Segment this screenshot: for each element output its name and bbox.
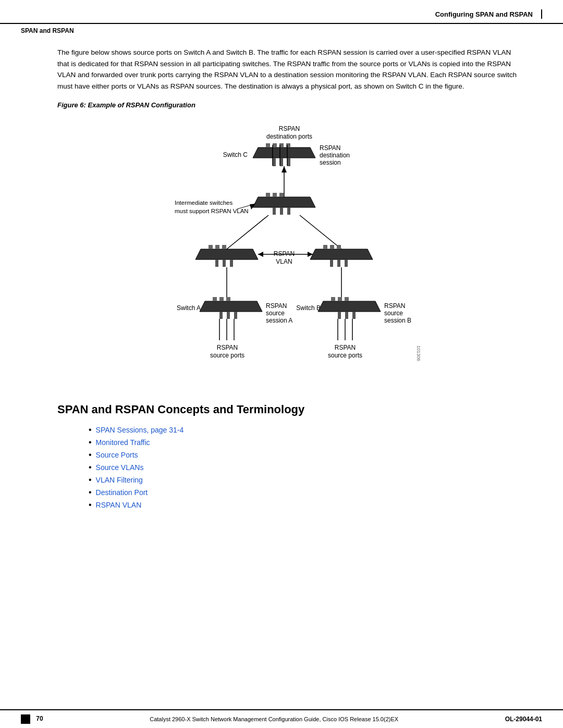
svg-rect-63 <box>338 312 341 319</box>
svg-marker-16 <box>253 197 315 207</box>
svg-text:source: source <box>266 310 285 317</box>
concept-link[interactable]: RSPAN VLAN <box>96 501 142 509</box>
svg-rect-8 <box>273 143 277 147</box>
svg-text:source ports: source ports <box>328 352 362 359</box>
concept-link[interactable]: Source Ports <box>96 451 138 459</box>
svg-rect-4 <box>273 158 276 166</box>
svg-rect-21 <box>273 193 277 197</box>
svg-text:session: session <box>320 159 341 166</box>
svg-rect-17 <box>273 207 276 215</box>
svg-rect-54 <box>234 312 237 319</box>
svg-rect-39 <box>345 260 348 267</box>
header-title: Configuring SPAN and RSPAN <box>435 10 533 18</box>
svg-rect-19 <box>287 207 290 215</box>
svg-rect-6 <box>287 158 290 166</box>
main-content: The figure below shows source ports on S… <box>0 36 563 535</box>
svg-marker-15 <box>282 166 287 172</box>
svg-text:session B: session B <box>384 317 411 324</box>
figure-caption: Figure 6: Example of RSPAN Configuration <box>57 101 521 109</box>
svg-marker-62 <box>318 301 381 312</box>
svg-rect-30 <box>215 260 218 267</box>
svg-rect-41 <box>330 245 334 249</box>
svg-rect-34 <box>215 245 219 249</box>
footer-black-rect <box>21 714 30 724</box>
concept-link[interactable]: Destination Port <box>96 488 148 497</box>
svg-text:RSPAN: RSPAN <box>279 125 300 132</box>
svg-rect-22 <box>279 193 284 197</box>
svg-text:session A: session A <box>266 317 292 324</box>
svg-text:source ports: source ports <box>210 352 244 359</box>
concept-link[interactable]: VLAN Filtering <box>96 476 143 484</box>
svg-text:destination: destination <box>320 152 350 159</box>
svg-line-27 <box>227 215 268 249</box>
header-divider <box>541 9 542 19</box>
diagram-svg: RSPAN destination ports Switch C RSPAN <box>128 116 451 387</box>
list-item: Source VLANs <box>89 463 521 472</box>
svg-text:101306: 101306 <box>416 346 421 361</box>
svg-text:Switch A: Switch A <box>177 304 201 312</box>
svg-rect-52 <box>219 312 223 319</box>
svg-text:RSPAN: RSPAN <box>217 344 238 351</box>
svg-text:Switch B: Switch B <box>296 304 321 312</box>
svg-text:RSPAN: RSPAN <box>266 302 287 310</box>
footer-page-number: 70 <box>21 714 43 724</box>
svg-marker-29 <box>195 249 258 260</box>
footer-center-text: Catalyst 2960-X Switch Network Managemen… <box>43 716 505 722</box>
svg-text:VLAN: VLAN <box>276 258 292 265</box>
svg-rect-31 <box>223 260 226 267</box>
svg-marker-51 <box>200 301 262 312</box>
svg-rect-57 <box>226 297 230 301</box>
svg-rect-38 <box>337 260 340 267</box>
svg-line-28 <box>300 215 341 249</box>
concept-list: SPAN Sessions, page 31-4Monitored Traffi… <box>57 426 521 509</box>
svg-rect-65 <box>352 312 356 319</box>
svg-text:RSPAN: RSPAN <box>274 250 295 257</box>
svg-marker-3 <box>253 147 315 158</box>
list-item: SPAN Sessions, page 31-4 <box>89 426 521 434</box>
svg-rect-32 <box>230 260 233 267</box>
svg-marker-46 <box>258 252 263 257</box>
svg-rect-56 <box>219 297 224 301</box>
svg-rect-10 <box>286 143 290 147</box>
svg-rect-40 <box>323 245 327 249</box>
svg-text:RSPAN: RSPAN <box>335 344 356 351</box>
svg-rect-64 <box>345 312 348 319</box>
svg-rect-7 <box>266 143 270 147</box>
rspan-diagram: RSPAN destination ports Switch C RSPAN <box>57 116 521 387</box>
concept-link[interactable]: SPAN Sessions, page 31-4 <box>96 426 184 434</box>
svg-rect-20 <box>266 193 270 197</box>
svg-text:RSPAN: RSPAN <box>384 302 405 310</box>
breadcrumb-left: SPAN and RSPAN <box>21 27 74 34</box>
concept-link[interactable]: Source VLANs <box>96 463 144 472</box>
svg-rect-53 <box>227 312 230 319</box>
svg-rect-68 <box>345 297 349 301</box>
list-item: Destination Port <box>89 488 521 497</box>
breadcrumb: SPAN and RSPAN <box>0 24 563 36</box>
svg-rect-33 <box>209 245 213 249</box>
list-item: Source Ports <box>89 451 521 459</box>
svg-rect-66 <box>331 297 335 301</box>
svg-rect-18 <box>280 207 283 215</box>
svg-text:Intermediate switches: Intermediate switches <box>175 200 232 206</box>
page-header: Configuring SPAN and RSPAN <box>0 0 563 24</box>
page: Configuring SPAN and RSPAN SPAN and RSPA… <box>0 0 563 728</box>
svg-text:RSPAN: RSPAN <box>320 144 340 152</box>
svg-text:source: source <box>384 310 403 317</box>
section-heading: SPAN and RSPAN Concepts and Terminology <box>57 403 521 416</box>
concept-link[interactable]: Monitored Traffic <box>96 438 150 447</box>
list-item: RSPAN VLAN <box>89 501 521 509</box>
svg-rect-67 <box>338 297 342 301</box>
list-item: VLAN Filtering <box>89 476 521 484</box>
svg-marker-36 <box>310 249 373 260</box>
page-footer: 70 Catalyst 2960-X Switch Network Manage… <box>0 709 563 728</box>
svg-text:Switch C: Switch C <box>223 151 248 158</box>
svg-text:destination ports: destination ports <box>266 133 312 140</box>
svg-rect-42 <box>337 245 341 249</box>
svg-rect-5 <box>280 158 283 166</box>
svg-rect-55 <box>213 297 217 301</box>
intro-paragraph: The figure below shows source ports on S… <box>57 47 521 92</box>
svg-rect-37 <box>330 260 333 267</box>
svg-rect-35 <box>222 245 226 249</box>
list-item: Monitored Traffic <box>89 438 521 447</box>
footer-right-text: OL-29044-01 <box>505 715 542 723</box>
